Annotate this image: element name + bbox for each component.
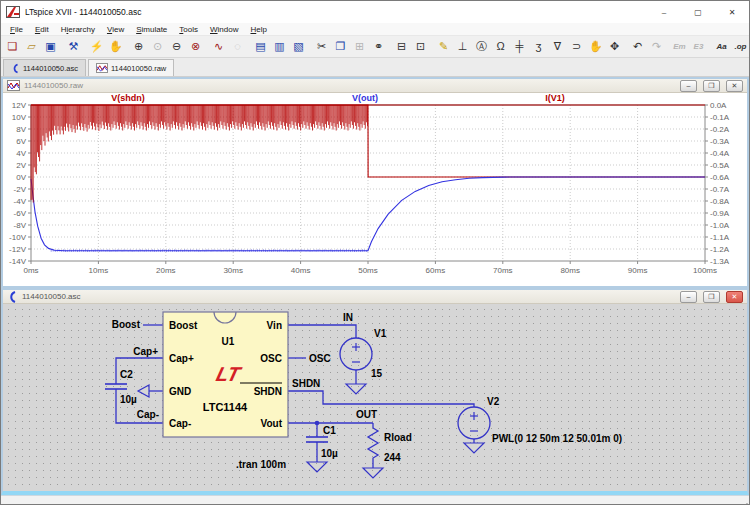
schematic-titlebar[interactable]: 1144010050.asc – ❐ ✕ [3,290,747,304]
autorange-y-button[interactable]: ∿ [209,38,228,56]
menu-help[interactable]: Help [244,25,272,34]
y-right-tick-label: -1.2A [710,245,730,254]
y-right-tick-label: -1.3A [710,257,730,266]
rload-refdes[interactable]: Rload [384,432,412,443]
waveform-titlebar[interactable]: 1144010050.raw – ❐ ✕ [3,79,747,93]
close-button[interactable]: ✕ [715,1,749,23]
c1-value[interactable]: 10µ [321,448,338,459]
rload-value[interactable]: 244 [384,452,401,463]
zoom-out-button[interactable]: ⊖ [167,38,186,56]
schematic-minimize-button[interactable]: – [680,291,697,303]
menu-edit[interactable]: Edit [29,25,55,34]
schematic-close-button[interactable]: ✕ [726,291,743,303]
cascade-windows-button[interactable]: ▧ [289,38,308,56]
voltage-source-v1[interactable] [340,338,372,370]
zoom-full-extents-button[interactable]: ⊗ [186,38,205,56]
schematic-canvas[interactable]: Boost Cap+ GND Cap- Vin OSC SHDN Vout U1… [3,304,747,491]
waveform-minimize-button[interactable]: – [680,80,697,92]
net-label-button[interactable]: Ⓐ [472,38,491,56]
drag-button[interactable]: ✋ [586,38,605,56]
x-tick-label: 90ms [628,266,648,275]
net-label-osc[interactable]: OSC [309,353,331,364]
ground-flag-v1 [346,384,366,394]
c1-refdes[interactable]: C1 [323,425,336,436]
v2-value[interactable]: PWL(0 12 50m 12 50.01m 0) [492,433,622,444]
c2-refdes[interactable]: C2 [120,369,133,380]
resistor-button[interactable]: Ω [491,38,510,56]
net-label-shdn[interactable]: SHDN [292,378,320,389]
copy-button[interactable]: ❐ [331,38,350,56]
trace-label-V(shdn)[interactable]: V(shdn) [111,93,145,103]
c2-value[interactable]: 10µ [120,394,137,405]
capacitor-c2-symbol[interactable] [105,384,127,389]
component-button[interactable]: ⊃ [567,38,586,56]
menu-view[interactable]: View [101,25,130,34]
print-button[interactable]: ⊟ [392,38,411,56]
v1-value[interactable]: 15 [371,368,383,379]
net-label-out[interactable]: OUT [356,409,377,420]
trace-label-V(out)[interactable]: V(out) [352,93,378,103]
maximize-button[interactable]: ▢ [681,1,715,23]
save-button[interactable]: ▣ [41,38,60,56]
v1-refdes[interactable]: V1 [374,328,387,339]
menu-file[interactable]: File [4,25,29,34]
v2-refdes[interactable]: V2 [487,396,500,407]
tab-1144010050.asc[interactable]: 1144010050.asc [3,59,86,76]
tab-1144010050.raw[interactable]: 1144010050.raw [88,59,174,76]
inductor-button[interactable]: ʒ [529,38,548,56]
waveform-icon [7,80,20,91]
spice-directive-tran[interactable]: .tran 100m [236,459,286,470]
menu-window[interactable]: Window [204,25,244,34]
capacitor-button[interactable]: ╪ [510,38,529,56]
tab-label: 1144010050.raw [111,64,166,73]
y-right-tick-label: 0.0A [710,101,727,110]
menu-simulate[interactable]: Simulate [130,25,173,34]
tile-horizontal-button[interactable]: ▤ [251,38,270,56]
move-button[interactable]: ✥ [605,38,624,56]
spice-directive-button[interactable]: .op [731,38,750,56]
voltage-source-v2[interactable] [458,407,490,439]
resize-grip[interactable] [739,500,749,505]
schematic-icon [7,291,18,303]
waveform-restore-button[interactable]: ❐ [703,80,720,92]
schematic-restore-button[interactable]: ❐ [703,291,720,303]
y-left-tick-label: 8V [16,125,26,134]
menu-tools[interactable]: Tools [173,25,204,34]
schematic-window: 1144010050.asc – ❐ ✕ [1,288,749,495]
ground-flag-gnd-pin [138,385,149,397]
waveform-plot-area[interactable]: 12V10V8V6V4V2V0V-2V-4V-6V-8V-10V-12V-14V… [3,93,747,286]
y-left-tick-label: -12V [9,245,27,254]
capacitor-c1-symbol[interactable] [306,437,328,442]
pin-label-shdn: SHDN [254,386,282,397]
print-preview-button[interactable]: ⊡ [411,38,430,56]
title-bar: LTspice XVII - 1144010050.asc – ▢ ✕ [1,1,749,23]
tile-vertical-button[interactable]: ▥ [270,38,289,56]
new-schematic-button[interactable]: ❏ [3,38,22,56]
cut-button[interactable]: ✂ [312,38,331,56]
undo-button[interactable]: ↶ [628,38,647,56]
app-icon [6,6,20,18]
trace-label-I(V1)[interactable]: I(V1) [545,93,565,103]
find-button[interactable]: ⚭ [369,38,388,56]
minimize-button[interactable]: – [647,1,681,23]
control-panel-button[interactable]: ⚒ [64,38,83,56]
wire-button[interactable]: ✎ [434,38,453,56]
net-label-cap-plus[interactable]: Cap+ [133,346,158,357]
y-right-tick-label: -0.2A [710,125,730,134]
text-button[interactable]: Aa [712,38,731,56]
menu-hierarchy[interactable]: Hierarchy [55,25,101,34]
zoom-in-button[interactable]: ⊕ [129,38,148,56]
net-label-in[interactable]: IN [343,312,353,323]
net-label-boost[interactable]: Boost [112,319,141,330]
halt-button: ✋ [106,38,125,56]
waveform-close-button[interactable]: ✕ [726,80,743,92]
pin-label-osc: OSC [260,353,282,364]
waveform-icon [96,63,108,73]
net-label-cap-minus[interactable]: Cap- [137,409,159,420]
ground-button[interactable]: ⊥ [453,38,472,56]
run-button[interactable]: ⚡ [87,38,106,56]
diode-button[interactable]: ∇ [548,38,567,56]
open-file-button[interactable]: ▱ [22,38,41,56]
pin-label-boost: Boost [169,320,198,331]
resistor-rload-symbol[interactable] [368,428,378,460]
